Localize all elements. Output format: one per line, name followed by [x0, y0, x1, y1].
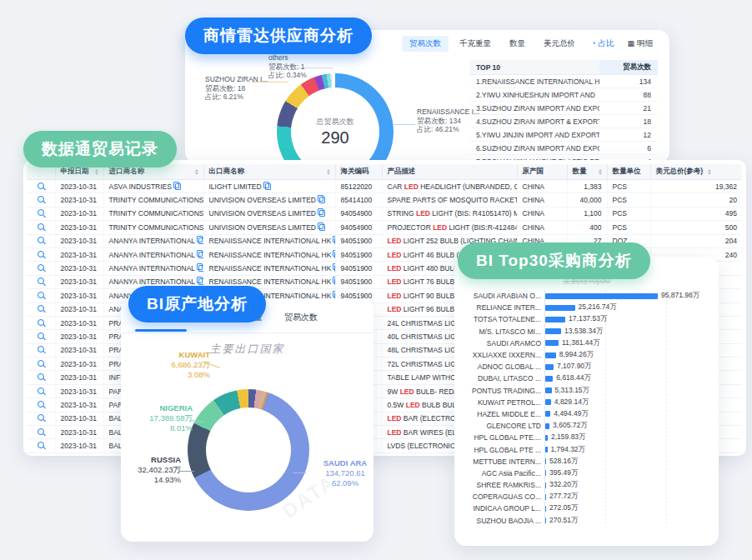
bar-value: 6,618.44万: [556, 373, 591, 383]
bar-label: SHREE RAMKRIS...: [461, 481, 545, 489]
search-icon[interactable]: [38, 278, 44, 284]
date-cell: 2023-10-31: [55, 302, 103, 316]
hs-code-cell: 85414100: [335, 193, 382, 207]
supplier-value: 88: [599, 91, 658, 99]
supplier-value: 12: [599, 131, 658, 139]
detail-cell: [27, 343, 55, 357]
hs-code-cell: 94054900: [335, 221, 382, 234]
buyer-bar-chart: SAUDI ARABIAN O... 95,871.98万RELIANCE IN…: [461, 290, 712, 539]
date-cell: 2023-10-31: [55, 412, 103, 425]
metric-tab[interactable]: 数量: [502, 36, 533, 52]
sort-icon[interactable]: [705, 169, 711, 175]
copy-icon[interactable]: [319, 210, 325, 217]
origin-tab[interactable]: 贸易次数: [284, 312, 318, 323]
bar-row: ADNOC GLOBAL ... 7,107.90万: [461, 361, 712, 372]
leader-line: [293, 472, 306, 473]
callout-kuwait: KUWAIT 6,686.23万 3.08%: [131, 350, 210, 380]
date-cell: 2023-10-31: [55, 248, 103, 261]
search-icon[interactable]: [38, 414, 44, 421]
search-icon[interactable]: [38, 223, 44, 230]
search-icon[interactable]: [38, 292, 44, 298]
copy-icon[interactable]: [198, 252, 203, 258]
top10-body: 1.RENAIISSANCE INTERNATIONAL HK 1342.YIW…: [469, 75, 658, 163]
bar-value: 528.16万: [549, 457, 579, 467]
detail-cell: [27, 207, 55, 220]
hs-code-cell: 94051900: [335, 275, 382, 288]
search-icon[interactable]: [38, 428, 44, 435]
detail-cell: [27, 330, 55, 343]
importer-cell: TRINITY COMMUNICATIONS: [103, 221, 203, 234]
copy-icon[interactable]: [198, 265, 203, 272]
copy-icon[interactable]: [198, 278, 203, 285]
date-cell: 2023-10-31: [55, 426, 103, 439]
bar: [545, 376, 553, 382]
sort-icon[interactable]: [193, 169, 198, 175]
search-icon[interactable]: [38, 319, 44, 326]
bar: [545, 435, 548, 441]
tab-divider: [121, 332, 373, 333]
search-icon[interactable]: [38, 388, 44, 394]
bar: [545, 482, 546, 488]
bar-value: 7,107.90万: [557, 362, 592, 372]
search-icon[interactable]: [38, 442, 44, 448]
bar-value: 332.20万: [549, 480, 579, 490]
bar-value: 277.72万: [549, 492, 579, 502]
view-control[interactable]: ◔占比: [586, 36, 619, 52]
bar: [545, 458, 546, 464]
bar-label: METTUBE INTERN...: [461, 458, 545, 466]
search-icon[interactable]: [38, 264, 44, 271]
bar-row: INDICAA GROUP L... 272.05万: [461, 502, 712, 514]
bar-label: SAUDI ARAMCO: [461, 339, 545, 348]
importer-cell: ANANYA INTERNATIONAL: [103, 248, 203, 261]
copy-icon[interactable]: [175, 183, 181, 190]
search-icon[interactable]: [38, 332, 44, 339]
search-icon[interactable]: [38, 209, 44, 216]
active-tab-underline: [135, 329, 187, 332]
importer-cell: TRINITY COMMUNICATIONS: [103, 207, 203, 220]
column-header: 数量: [567, 164, 607, 180]
bar-row: HPL GLOBAL PTE ... 1,794.32万: [461, 443, 712, 455]
bar-row: METTUBE INTERN... 528.16万: [461, 456, 712, 468]
metric-tab[interactable]: 贸易次数: [402, 36, 449, 52]
sort-icon[interactable]: [93, 169, 98, 175]
donut-hole: [206, 408, 291, 492]
bar-label: HPL GLOBAL PTE ...: [461, 446, 545, 454]
bar-row: TOTSA TOTALENE... 17,137.53万: [461, 313, 712, 325]
metric-tab[interactable]: 千克重量: [452, 36, 499, 52]
detail-cell: [27, 412, 55, 425]
sort-icon[interactable]: [596, 169, 602, 175]
bar-value: 95,871.98万: [661, 291, 699, 301]
copy-icon[interactable]: [198, 238, 203, 244]
copy-icon[interactable]: [319, 224, 325, 231]
bar-row: KUWAIT PETROL... 4,829.14万: [461, 397, 712, 408]
top30-buyers-pill: BI Top30采购商分析: [458, 242, 650, 279]
search-icon[interactable]: [38, 346, 44, 352]
bar-row: SAUDI ARABIAN O... 95,871.98万: [461, 290, 712, 302]
copy-icon[interactable]: [265, 183, 271, 190]
search-icon[interactable]: [38, 360, 44, 367]
detail-cell: [27, 439, 55, 452]
metric-tab[interactable]: 美元总价: [536, 36, 583, 52]
search-icon[interactable]: [38, 196, 44, 202]
search-icon[interactable]: [38, 251, 44, 258]
hs-code-cell: 94051900: [335, 262, 382, 275]
supplier-analysis-pill: 商情雷达供应商分析: [185, 18, 372, 54]
bar-label: XXLIAXXE IXXERN...: [461, 351, 545, 359]
search-icon[interactable]: [38, 373, 44, 380]
search-icon[interactable]: [38, 237, 44, 243]
view-control[interactable]: ▦明细: [622, 36, 658, 52]
search-icon[interactable]: [38, 305, 44, 312]
total-cell: 20: [650, 193, 742, 207]
exporter-cell: ILIGHT LIMITED: [203, 180, 335, 193]
supplier-name: 4.SUZHOU ZIRAN IMPORT & EXPORT CO.LTD: [469, 118, 599, 126]
copy-icon[interactable]: [319, 197, 325, 203]
bar-value: 3,605.72万: [553, 421, 588, 431]
sort-icon[interactable]: [324, 169, 330, 175]
search-icon[interactable]: [38, 182, 44, 189]
detail-cell: [27, 180, 55, 193]
search-icon[interactable]: [38, 401, 44, 408]
bar-label: AGC Asia Pacific...: [461, 469, 545, 478]
detail-cell: [27, 358, 55, 371]
control-label: 明细: [637, 38, 653, 49]
qty-cell: 1,383: [567, 180, 607, 193]
